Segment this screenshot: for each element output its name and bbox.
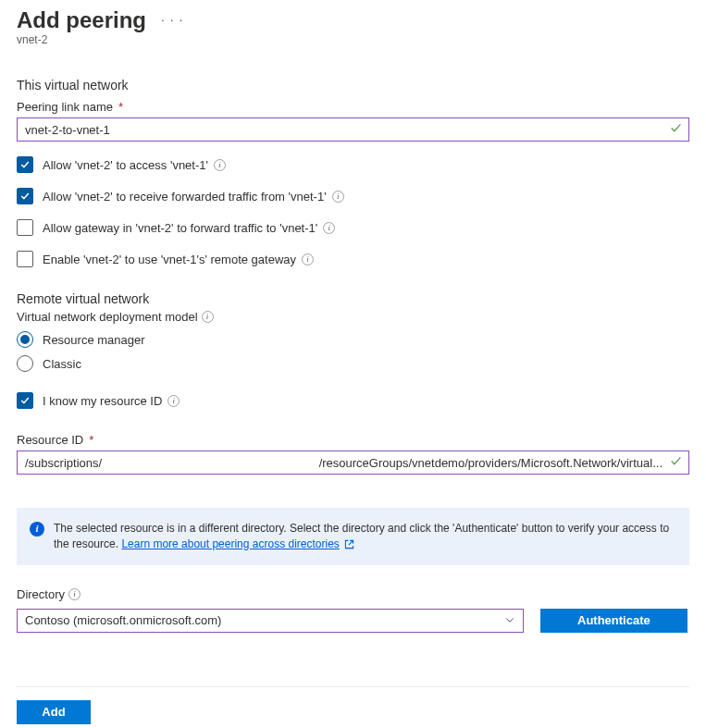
use-remote-gateway-label: Enable 'vnet-2' to use 'vnet-1's' remote… <box>43 253 296 266</box>
info-icon[interactable]: i <box>302 253 314 265</box>
info-icon[interactable]: i <box>167 395 180 407</box>
info-icon[interactable]: i <box>202 311 214 323</box>
info-icon[interactable]: i <box>68 588 81 600</box>
resource-id-input[interactable]: /subscriptions/ /resourceGroups/vnetdemo… <box>17 450 689 475</box>
know-resource-id-checkbox[interactable] <box>17 392 33 409</box>
chevron-down-icon <box>504 613 515 628</box>
resource-id-label: Resource ID* <box>17 433 689 447</box>
allow-forwarded-label: Allow 'vnet-2' to receive forwarded traf… <box>43 190 327 204</box>
remote-vnet-section-label: Remote virtual network <box>17 291 689 306</box>
peering-link-name-input[interactable] <box>17 117 689 142</box>
info-icon[interactable]: i <box>332 191 344 203</box>
resource-manager-radio[interactable] <box>17 331 33 348</box>
more-icon[interactable]: · · · <box>161 12 183 29</box>
info-icon[interactable]: i <box>323 222 335 234</box>
page-title: Add peering <box>17 7 146 33</box>
directory-selected-value: Contoso (microsoft.onmicrosoft.com) <box>25 613 221 627</box>
use-remote-gateway-checkbox[interactable] <box>17 251 33 267</box>
allow-access-label: Allow 'vnet-2' to access 'vnet-1' <box>43 158 208 172</box>
required-asterisk: * <box>89 433 93 447</box>
directory-label: Directory i <box>17 587 689 601</box>
deployment-model-label: Virtual network deployment model i <box>17 310 689 324</box>
resource-manager-label: Resource manager <box>43 333 145 347</box>
this-vnet-section-label: This virtual network <box>17 78 689 93</box>
allow-gateway-checkbox[interactable] <box>17 219 33 236</box>
add-button[interactable]: Add <box>17 700 91 724</box>
authenticate-button[interactable]: Authenticate <box>540 609 687 633</box>
know-resource-id-label: I know my resource ID <box>43 394 162 408</box>
allow-access-checkbox[interactable] <box>17 156 33 173</box>
allow-forwarded-checkbox[interactable] <box>17 188 33 204</box>
info-filled-icon: i <box>30 522 44 537</box>
external-link-icon <box>344 537 354 550</box>
classic-radio[interactable] <box>17 355 33 372</box>
directory-dropdown[interactable]: Contoso (microsoft.onmicrosoft.com) <box>17 609 524 633</box>
required-asterisk: * <box>118 100 123 114</box>
classic-label: Classic <box>43 357 81 371</box>
info-icon[interactable]: i <box>214 159 226 171</box>
peering-link-name-label: Peering link name* <box>17 100 689 114</box>
allow-gateway-label: Allow gateway in 'vnet-2' to forward tra… <box>43 221 317 235</box>
learn-more-link[interactable]: Learn more about peering across director… <box>121 537 339 550</box>
directory-info-banner: i The selected resource is in a differen… <box>17 508 689 565</box>
page-subtitle: vnet-2 <box>17 33 689 46</box>
